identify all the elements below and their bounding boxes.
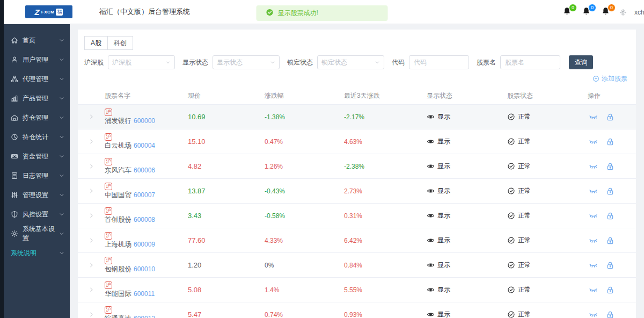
hide-stock-eye-closed-icon[interactable] — [589, 261, 598, 270]
shield-icon — [11, 211, 18, 218]
sidebar-item-1[interactable]: 用户管理 — [4, 50, 70, 69]
hide-stock-eye-closed-icon[interactable] — [589, 211, 598, 220]
username-label[interactable]: xchen — [634, 9, 644, 16]
hide-stock-eye-closed-icon[interactable] — [589, 186, 598, 196]
sidebar-item-7[interactable]: 日志管理 — [4, 166, 70, 185]
hide-stock-eye-closed-icon[interactable] — [589, 285, 598, 294]
row-expand-chevron-icon[interactable] — [78, 139, 105, 144]
col-display-status: 显示状态 — [427, 91, 507, 100]
eye-icon — [427, 187, 435, 195]
lock-stock-icon[interactable] — [606, 113, 614, 121]
row-expand-chevron-icon[interactable] — [78, 287, 105, 293]
chevron-down-icon — [59, 250, 64, 256]
chevron-down-icon — [59, 115, 64, 120]
lock-stock-icon[interactable] — [606, 162, 614, 171]
row-expand-chevron-icon[interactable] — [78, 213, 105, 219]
lock-stock-icon[interactable] — [606, 261, 614, 270]
lock-stock-icon[interactable] — [606, 138, 614, 146]
exchange-badge: 沪 — [105, 207, 112, 215]
stock-code-link[interactable]: 600008 — [134, 216, 155, 223]
notification-badge: 0 — [588, 4, 596, 12]
row-expand-chevron-icon[interactable] — [78, 262, 105, 268]
hushen-select[interactable]: 沪深股 — [108, 55, 175, 69]
lock-stock-icon[interactable] — [606, 212, 614, 220]
lock-stock-icon[interactable] — [606, 236, 614, 245]
code-input[interactable] — [409, 55, 469, 69]
stock-code-link[interactable]: 600000 — [134, 117, 155, 125]
hide-stock-eye-closed-icon[interactable] — [589, 137, 598, 146]
hide-stock-eye-closed-icon[interactable] — [589, 162, 598, 171]
table-body: 沪浦发银行60000010.69-1.38%-2.17%显示正常沪白云机场600… — [78, 105, 636, 318]
stock-name-cell: 沪华能国际600011 — [105, 281, 188, 299]
row-expand-chevron-icon[interactable] — [78, 188, 105, 194]
lock-stock-icon[interactable] — [606, 286, 614, 294]
sidebar-item-9[interactable]: 风控设置 — [4, 205, 70, 224]
stock-name-input[interactable] — [500, 55, 560, 69]
sidebar-item-11[interactable]: 系统说明 — [4, 243, 70, 263]
stock-name-cell: 沪东风汽车600006 — [105, 158, 188, 175]
lock-status-select[interactable]: 锁定状态 — [317, 55, 384, 69]
chevron-down-icon — [59, 96, 64, 101]
sidebar-item-label: 日志管理 — [23, 171, 48, 180]
tab-star-market[interactable]: 科创 — [108, 36, 133, 50]
notification-bell-1[interactable]: 0 — [582, 6, 592, 18]
sliders-icon — [11, 191, 18, 199]
table-row: 沪浦发银行60000010.69-1.38%-2.17%显示正常 — [78, 105, 636, 129]
sidebar-item-2[interactable]: 代理管理 — [4, 69, 70, 89]
current-price: 5.47 — [188, 310, 265, 318]
exchange-badge: 沪 — [105, 232, 112, 240]
sidebar-item-6[interactable]: 资金管理 — [4, 147, 70, 166]
sidebar-item-5[interactable]: 持仓统计 — [4, 127, 70, 147]
tab-a-shares[interactable]: A股 — [84, 36, 108, 50]
hide-stock-eye-closed-icon[interactable] — [589, 112, 598, 121]
actions-cell — [588, 285, 636, 294]
sidebar-item-label: 管理设置 — [23, 191, 48, 200]
stock-code-link[interactable]: 600012 — [134, 315, 155, 318]
exchange-badge: 沪 — [105, 158, 112, 165]
hide-stock-eye-closed-icon[interactable] — [589, 310, 598, 318]
stock-code-link[interactable]: 600009 — [134, 241, 155, 248]
display-status-select[interactable]: 显示状态 — [213, 55, 280, 69]
lock-stock-icon[interactable] — [606, 187, 614, 196]
query-button[interactable]: 查询 — [569, 55, 593, 69]
hide-stock-eye-closed-icon[interactable] — [589, 236, 598, 245]
user-icon — [11, 56, 18, 63]
current-price: 10.69 — [188, 113, 265, 121]
hushen-filter-label: 沪深股 — [84, 58, 104, 67]
stock-name-cell: 沪上海机场600009 — [105, 232, 188, 249]
stock-code-link[interactable]: 600004 — [134, 142, 155, 149]
actions-cell — [588, 261, 636, 270]
display-select-placeholder: 显示状态 — [217, 58, 243, 67]
row-expand-chevron-icon[interactable] — [78, 312, 105, 317]
sidebar-item-8[interactable]: 管理设置 — [4, 185, 70, 205]
sidebar-item-10[interactable]: 系统基本设置 — [4, 224, 70, 243]
sidebar-item-0[interactable]: 首页 — [4, 31, 70, 50]
stock-code-link[interactable]: 600007 — [134, 191, 155, 199]
sidebar-item-label: 持仓统计 — [23, 133, 48, 142]
row-expand-chevron-icon[interactable] — [78, 114, 105, 120]
stock-name-cell: 沪皖通高速600012 — [105, 306, 188, 318]
notification-bell-0[interactable]: 0 — [562, 6, 573, 18]
sidebar-item-3[interactable]: 产品管理 — [4, 89, 70, 108]
stock-name: 白云机场 — [105, 142, 131, 149]
add-stock-link[interactable]: 添加股票 — [592, 74, 627, 83]
lock-stock-icon[interactable] — [606, 310, 614, 318]
chevron-down-icon — [375, 60, 380, 65]
notification-bell-2[interactable]: 0 — [601, 6, 612, 18]
page-title: 福汇（中文版）后台管理系统 — [99, 7, 190, 17]
stock-code-link[interactable]: 600011 — [134, 290, 155, 298]
stock-code-link[interactable]: 600006 — [134, 167, 155, 174]
filter-bar: 沪深股 沪深股 显示状态 显示状态 锁定状态 锁定状态 代码 股票名 查询 — [84, 55, 636, 69]
tab-star-market-label: 科创 — [114, 39, 127, 48]
chevron-down-icon — [165, 60, 171, 65]
sidebar-item-4[interactable]: 持仓管理 — [4, 108, 70, 127]
row-expand-chevron-icon[interactable] — [78, 163, 105, 169]
display-status-cell: 显示 — [427, 137, 507, 146]
warehouse-icon — [11, 114, 18, 121]
user-settings-gear-icon[interactable] — [619, 9, 627, 16]
stock-status-cell: 正常 — [507, 137, 588, 146]
stock-code-link[interactable]: 600010 — [134, 265, 155, 273]
row-expand-chevron-icon[interactable] — [78, 237, 105, 243]
current-price: 3.43 — [188, 212, 265, 220]
exchange-badge: 沪 — [105, 183, 112, 190]
